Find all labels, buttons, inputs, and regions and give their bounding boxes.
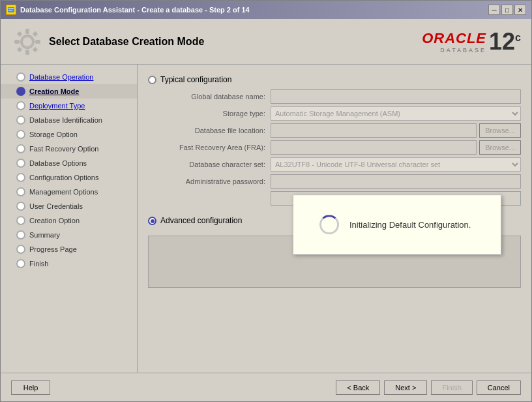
svg-rect-9 [33,31,38,36]
cancel-button[interactable]: Cancel [477,380,521,395]
sidebar-label-fast-recovery: Fast Recovery Option [29,145,98,153]
back-button[interactable]: < Back [336,380,380,395]
sidebar-item-user-credentials: User Credentials [1,199,137,213]
fast-recovery-input[interactable] [271,140,477,155]
svg-rect-8 [17,31,22,36]
sidebar-label-storage: Storage Option [29,131,78,138]
global-db-name-label: Global database name: [161,93,265,100]
sidebar-label-db-options: Database Options [29,159,87,167]
loading-text: Initializing Default Configuration. [349,220,471,230]
sidebar-label-creation-option: Creation Option [29,217,80,224]
sidebar-item-summary: Summary [1,228,137,242]
db-charset-label: Database character set: [161,161,265,168]
next-button[interactable]: Next > [384,380,427,395]
sidebar-item-creation-option: Creation Option [1,213,137,228]
step-indicator-13 [16,245,25,254]
svg-rect-7 [35,40,40,44]
svg-rect-11 [33,46,38,52]
sidebar-label-database-operation: Database Operation [29,73,93,81]
browse-button-2[interactable]: Browse... [479,140,521,155]
storage-type-select[interactable]: Automatic Storage Management (ASM) [271,106,521,121]
sidebar-item-creation-mode[interactable]: Creation Mode [1,84,137,99]
typical-config-fields: Global database name: Storage type: Auto… [161,89,521,206]
sidebar-label-config-options: Configuration Options [29,174,98,181]
step-indicator-11 [16,216,25,225]
step-indicator-5 [16,130,25,139]
svg-rect-2 [8,10,12,10]
step-indicator-8 [16,173,25,182]
step-indicator-10 [16,202,25,211]
content-area: Database Operation Creation Mode Deploym… [1,65,531,373]
step-indicator-4 [16,116,25,125]
step-indicator-7 [16,159,25,168]
sidebar-item-storage-option: Storage Option [1,127,137,142]
maximize-button[interactable]: □ [501,5,513,15]
sidebar-item-database-identification: Database Identification [1,113,137,127]
browse-button-1[interactable]: Browse... [479,123,521,138]
advanced-config-radio[interactable] [148,217,156,225]
step-indicator-9 [16,187,25,196]
sidebar-item-database-options: Database Options [1,156,137,170]
window-title: Database Configuration Assistant - Creat… [20,6,250,14]
loading-spinner [319,215,339,234]
svg-rect-10 [17,46,22,52]
sidebar-label-mgmt-options: Management Options [29,188,98,196]
admin-password-input[interactable] [271,174,521,189]
oracle-db-text: DATABASE [440,47,486,54]
footer-right: < Back Next > Finish Cancel [336,380,521,395]
sidebar-item-fast-recovery: Fast Recovery Option [1,142,137,156]
main-window: Database Configuration Assistant - Creat… [0,0,532,402]
oracle-logo: ORACLE DATABASE 12c [422,30,521,54]
finish-button[interactable]: Finish [431,380,472,395]
db-file-location-row: Browse... [271,123,521,138]
sidebar-label-progress: Progress Page [29,245,77,253]
sidebar-item-management-options: Management Options [1,185,137,199]
svg-rect-6 [14,40,20,44]
loading-overlay: Initializing Default Configuration. [293,194,501,255]
step-indicator-6 [16,144,25,153]
step-indicator-12 [16,230,25,240]
sidebar-item-finish: Finish [1,256,137,271]
header: Select Database Creation Mode ORACLE DAT… [1,19,531,65]
sidebar-item-database-operation[interactable]: Database Operation [1,70,137,84]
main-content-panel: Typical configuration Global database na… [138,65,531,373]
page-title: Select Database Creation Mode [49,36,204,48]
help-button[interactable]: Help [11,380,50,395]
advanced-config-label: Advanced configuration [160,216,242,225]
footer-left: Help [11,380,50,395]
step-indicator-1 [16,72,25,82]
typical-config-option: Typical configuration [148,75,521,84]
close-button[interactable]: ✕ [514,5,526,15]
title-bar-buttons: ─ □ ✕ [488,5,526,15]
sidebar-label-summary: Summary [29,231,60,239]
admin-password-label: Administrative password: [161,178,265,185]
oracle-brand-text: ORACLE [422,30,486,47]
svg-point-3 [22,37,33,47]
sidebar-item-config-options: Configuration Options [1,170,137,185]
sidebar: Database Operation Creation Mode Deploym… [1,65,138,373]
step-indicator-14 [16,259,25,268]
sidebar-label-finish: Finish [29,260,48,268]
db-file-location-input[interactable] [271,123,477,138]
sidebar-label-deployment-type: Deployment Type [29,102,85,110]
sidebar-label-user-creds: User Credentials [29,202,83,210]
global-db-name-input[interactable] [271,89,521,104]
sidebar-item-progress-page: Progress Page [1,242,137,256]
db-charset-select[interactable]: AL32UTF8 - Unicode UTF-8 Universal chara… [271,157,521,172]
svg-rect-5 [25,50,29,55]
minimize-button[interactable]: ─ [488,5,500,15]
sidebar-item-deployment-type[interactable]: Deployment Type [1,99,137,113]
typical-config-label: Typical configuration [160,75,231,84]
fast-recovery-row: Browse... [271,140,521,155]
oracle-version-text: 12c [489,30,521,54]
svg-rect-4 [25,29,29,34]
sidebar-label-db-id: Database Identification [29,116,102,124]
fast-recovery-label: Fast Recovery Area (FRA): [161,144,265,151]
storage-type-label: Storage type: [161,110,265,117]
typical-config-radio[interactable] [148,76,156,84]
title-bar: Database Configuration Assistant - Creat… [1,1,531,19]
title-bar-left: Database Configuration Assistant - Creat… [6,5,250,15]
footer: Help < Back Next > Finish Cancel [1,373,531,401]
step-indicator-3 [16,101,25,110]
sidebar-label-creation-mode: Creation Mode [29,87,79,95]
